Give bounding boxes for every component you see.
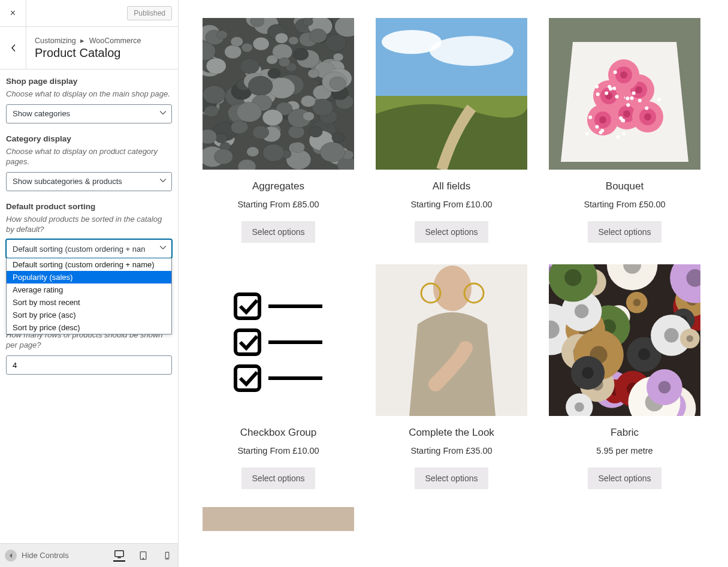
default-sort-desc: How should products be sorted in the cat… [6, 215, 172, 235]
svg-point-163 [617, 135, 620, 139]
svg-point-144 [599, 116, 606, 123]
svg-point-245 [687, 335, 693, 342]
panel-body: Shop page display Choose what to display… [0, 70, 178, 543]
svg-point-107 [263, 144, 285, 161]
sort-option[interactable]: Default sorting (custom ordering + name) [7, 258, 171, 271]
desktop-icon[interactable] [113, 550, 125, 562]
svg-point-174 [638, 99, 642, 102]
product-title[interactable]: Fabric [549, 427, 700, 439]
svg-point-155 [657, 98, 661, 101]
hide-controls-button[interactable]: Hide Controls [22, 551, 69, 560]
svg-point-166 [645, 107, 648, 110]
svg-point-102 [267, 55, 278, 64]
product-title[interactable]: Checkbox Group [203, 427, 354, 439]
sort-option[interactable]: Sort by most recent [7, 296, 171, 309]
svg-point-108 [253, 37, 269, 50]
svg-point-54 [231, 37, 243, 47]
svg-point-28 [325, 34, 346, 52]
svg-point-129 [430, 36, 513, 66]
svg-point-160 [595, 125, 599, 129]
svg-point-141 [623, 110, 630, 117]
rows-per-page-input[interactable] [6, 355, 172, 375]
page-title: Product Catalog [35, 46, 141, 60]
select-options-button[interactable]: Select options [588, 221, 662, 243]
svg-point-74 [288, 37, 298, 44]
svg-point-40 [268, 68, 280, 79]
svg-point-173 [619, 116, 623, 120]
svg-point-199 [633, 299, 641, 306]
breadcrumb-parent: WooCommerce [89, 37, 141, 45]
sidebar-top: × Published [0, 0, 178, 27]
select-options-button[interactable]: Select options [241, 468, 316, 489]
product-title[interactable]: Bouquet [549, 180, 700, 192]
close-icon[interactable]: × [0, 0, 26, 26]
svg-point-170 [626, 96, 629, 100]
svg-point-169 [605, 91, 608, 95]
default-sort-select[interactable]: Default sorting (custom ordering + nan [6, 239, 172, 258]
svg-point-10 [247, 147, 259, 156]
product-card [203, 507, 354, 531]
svg-point-121 [301, 95, 315, 107]
svg-point-157 [622, 132, 626, 135]
svg-point-119 [294, 49, 309, 61]
product-title[interactable]: Aggregates [203, 180, 354, 192]
svg-point-76 [303, 18, 313, 26]
svg-point-159 [588, 116, 592, 119]
svg-point-112 [320, 142, 345, 162]
svg-point-82 [275, 33, 288, 43]
svg-point-126 [237, 102, 262, 122]
select-options-button[interactable]: Select options [415, 221, 489, 243]
default-sort-label: Default product sorting [6, 202, 172, 211]
svg-point-217 [664, 328, 678, 342]
published-button[interactable]: Published [127, 6, 172, 20]
svg-point-150 [620, 71, 627, 79]
product-image[interactable] [203, 507, 354, 531]
product-image[interactable] [376, 264, 527, 416]
svg-point-52 [332, 132, 345, 143]
back-button[interactable] [0, 27, 26, 69]
select-options-button[interactable]: Select options [415, 468, 489, 489]
sort-option[interactable]: Popularity (sales) [7, 271, 171, 284]
sort-option[interactable]: Sort by price (asc) [7, 309, 171, 321]
product-title[interactable]: All fields [376, 180, 527, 192]
svg-point-147 [644, 113, 651, 120]
svg-point-215 [638, 348, 650, 360]
svg-point-241 [575, 402, 584, 412]
svg-point-3 [143, 558, 143, 559]
breadcrumb-sep-icon: ▸ [80, 37, 84, 45]
product-image[interactable] [549, 18, 700, 170]
svg-point-109 [248, 76, 273, 96]
shop-display-select[interactable]: Show categories [6, 104, 172, 123]
product-image[interactable] [376, 18, 527, 170]
product-image[interactable] [549, 264, 700, 416]
svg-point-138 [635, 86, 642, 94]
svg-point-114 [333, 53, 343, 61]
svg-point-243 [658, 381, 670, 394]
svg-point-171 [626, 103, 630, 107]
category-display-desc: Choose what to display on product catego… [6, 147, 172, 167]
sort-option[interactable]: Average rating [7, 284, 171, 296]
chevron-left-icon [8, 43, 18, 53]
svg-point-83 [292, 142, 305, 153]
product-image[interactable] [203, 264, 354, 416]
category-display-select[interactable]: Show subcategories & products [6, 172, 172, 191]
svg-point-235 [575, 304, 589, 319]
tablet-icon[interactable] [137, 550, 149, 562]
sort-option[interactable]: Sort by price (desc) [7, 321, 171, 334]
select-options-button[interactable]: Select options [588, 468, 662, 489]
collapse-icon[interactable] [5, 550, 17, 562]
svg-point-97 [253, 126, 269, 139]
product-card: Fabric 5.95 per metre Select options [549, 264, 700, 489]
product-card: Checkbox Group Starting From £10.00 Sele… [203, 264, 354, 489]
product-price: 5.95 per metre [549, 446, 700, 456]
svg-point-247 [564, 269, 581, 286]
product-image[interactable] [203, 18, 354, 170]
product-price: Starting From £35.00 [376, 446, 527, 456]
mobile-icon[interactable] [161, 550, 173, 562]
svg-point-175 [612, 86, 616, 90]
svg-point-168 [630, 96, 633, 100]
product-card: Aggregates Starting From £85.00 Select o… [203, 18, 354, 243]
select-options-button[interactable]: Select options [241, 221, 316, 243]
svg-point-89 [309, 29, 327, 43]
product-title[interactable]: Complete the Look [376, 427, 527, 439]
